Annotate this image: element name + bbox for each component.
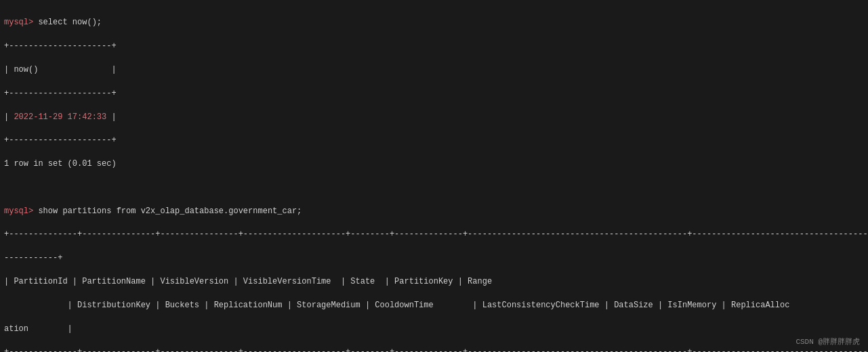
terminal: mysql> select now(); +------------------… (0, 0, 868, 352)
line-9: mysql> show partitions from v2x_olap_dat… (4, 206, 864, 217)
line-4: +---------------------+ (4, 88, 864, 100)
line-6: +---------------------+ (4, 135, 864, 146)
line-3: | now() | (4, 64, 864, 76)
line-2: +---------------------+ (4, 41, 864, 52)
line-8 (4, 182, 864, 194)
line-12b: | DistributionKey | Buckets | Replicatio… (4, 300, 864, 311)
line-12c: ation | (4, 324, 864, 335)
line-13: +--------------+---------------+--------… (4, 347, 864, 352)
line-5: | 2022-11-29 17:42:33 | (4, 112, 864, 123)
line-7: 1 row in set (0.01 sec) (4, 158, 864, 170)
watermark: CSDN @胖胖胖胖虎 (795, 336, 860, 347)
line-1: mysql> select now(); (4, 17, 864, 28)
line-12: | PartitionId | PartitionName | VisibleV… (4, 276, 864, 288)
line-11: -----------+ (4, 252, 864, 264)
line-10: +--------------+---------------+--------… (4, 229, 864, 240)
